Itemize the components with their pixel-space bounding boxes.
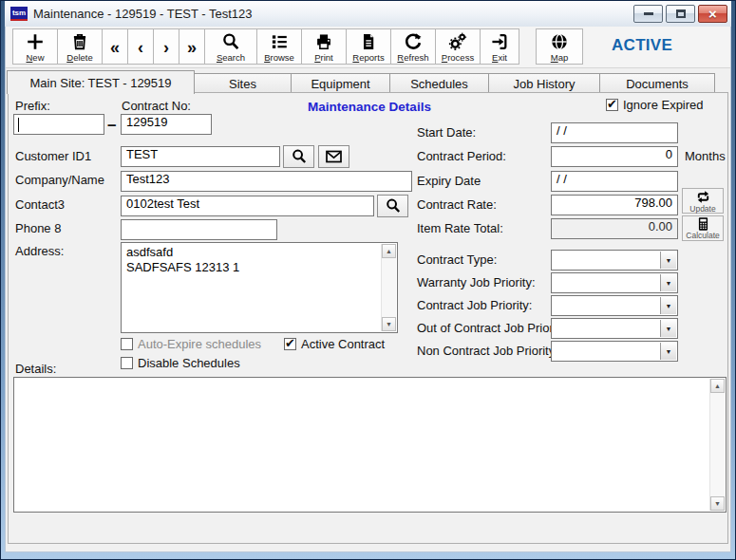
magnifier-icon: [385, 197, 402, 215]
report-icon: [359, 31, 378, 52]
close-icon: ×: [708, 7, 717, 21]
auto-expire-checkbox-row[interactable]: Auto-Expire schedules: [121, 337, 261, 351]
disable-schedules-checkbox[interactable]: [121, 357, 133, 369]
gears-icon: [448, 31, 467, 52]
auto-expire-label: Auto-Expire schedules: [138, 337, 261, 351]
tab-schedules[interactable]: Schedules: [389, 73, 489, 93]
customer-id-input[interactable]: TEST: [121, 146, 280, 167]
out-of-contract-job-priority-label: Out of Contract Job Priority: [417, 321, 566, 335]
contract-period-input[interactable]: 0: [551, 146, 678, 167]
prefix-contract-separator: –: [107, 116, 116, 135]
prefix-input[interactable]: [13, 114, 104, 135]
minimize-button[interactable]: [633, 5, 663, 23]
previous-record-button[interactable]: ‹: [127, 28, 154, 65]
plus-icon: [26, 31, 45, 52]
chevrons-left-icon: «: [110, 39, 120, 56]
contract-type-select[interactable]: ▼: [551, 250, 678, 271]
tab-main-site[interactable]: Main Site: TEST - 129519: [7, 70, 195, 94]
last-record-button[interactable]: »: [179, 28, 205, 65]
warranty-job-priority-label: Warranty Job Priority:: [417, 275, 536, 289]
printer-icon: [314, 31, 333, 52]
scroll-down-icon[interactable]: ▼: [710, 496, 725, 511]
map-button[interactable]: Map: [536, 28, 583, 65]
calculate-button[interactable]: Calculate: [682, 215, 724, 241]
chevron-left-icon: ‹: [138, 39, 143, 56]
item-rate-total-label: Item Rate Total:: [417, 221, 503, 235]
magnifier-icon: [221, 31, 240, 52]
contract-job-priority-label: Contract Job Priority:: [417, 298, 532, 312]
active-contract-checkbox-row[interactable]: Active Contract: [284, 337, 385, 351]
contact-input[interactable]: 0102test Test: [121, 196, 374, 216]
section-title: Maintenance Details: [274, 100, 464, 114]
contact-search-button[interactable]: [377, 195, 408, 217]
reports-button[interactable]: Reports: [346, 28, 391, 65]
browse-button[interactable]: Browse: [256, 28, 302, 65]
exit-button[interactable]: Exit: [480, 28, 519, 65]
print-button[interactable]: Print: [301, 28, 347, 65]
dropdown-arrow-icon[interactable]: ▼: [660, 343, 676, 360]
dropdown-arrow-icon[interactable]: ▼: [660, 274, 676, 291]
search-button[interactable]: Search: [204, 28, 257, 65]
window-body: New Delete « ‹ ›: [5, 27, 731, 552]
company-name-input[interactable]: Test123: [121, 171, 412, 192]
first-record-button[interactable]: «: [102, 28, 128, 65]
delete-button[interactable]: Delete: [57, 28, 103, 65]
customer-search-button[interactable]: [283, 145, 314, 168]
window-title: Maintenance - 129519 - TEST - Test123: [33, 7, 631, 21]
globe-icon: [550, 31, 569, 52]
address-textarea[interactable]: asdfsafd SADFSAFS 12313 1 ▲ ▼: [121, 242, 398, 333]
contract-no-input[interactable]: 129519: [121, 114, 212, 135]
list-icon: [270, 31, 289, 52]
process-button[interactable]: Process: [435, 28, 481, 65]
contract-rate-input[interactable]: 798.00: [551, 195, 678, 215]
update-label: Update: [689, 205, 715, 214]
main-site-panel: Prefix: – Contract No: 129519 Maintenanc…: [8, 92, 728, 544]
details-label: Details:: [15, 362, 56, 376]
ignore-expired-checkbox-row[interactable]: Ignore Expired: [606, 98, 704, 112]
calculate-label: Calculate: [686, 232, 719, 240]
toolbar: New Delete « ‹ ›: [6, 27, 730, 68]
expiry-date-input[interactable]: / /: [551, 171, 678, 192]
refresh-icon: [404, 31, 423, 52]
close-button[interactable]: ×: [698, 5, 727, 23]
details-scrollbar[interactable]: ▲ ▼: [709, 379, 725, 511]
title-bar[interactable]: tsm Maintenance - 129519 - TEST - Test12…: [5, 1, 731, 27]
tab-documents[interactable]: Documents: [599, 73, 715, 93]
update-rate-button[interactable]: Update: [682, 188, 724, 214]
scroll-up-icon[interactable]: ▲: [382, 244, 396, 258]
out-of-contract-job-priority-select[interactable]: ▼: [551, 318, 678, 339]
auto-expire-checkbox[interactable]: [121, 338, 133, 350]
new-button[interactable]: New: [12, 28, 58, 65]
dropdown-arrow-icon[interactable]: ▼: [660, 297, 676, 314]
customer-email-button[interactable]: [318, 145, 349, 168]
tab-sites[interactable]: Sites: [194, 73, 292, 93]
tab-equipment[interactable]: Equipment: [291, 73, 390, 93]
update-loop-icon: [695, 189, 711, 205]
start-date-input[interactable]: / /: [551, 122, 678, 143]
scroll-up-icon[interactable]: ▲: [710, 379, 725, 393]
dropdown-arrow-icon[interactable]: ▼: [660, 252, 676, 269]
restore-button[interactable]: [666, 5, 695, 23]
refresh-button[interactable]: Refresh: [390, 28, 436, 65]
next-record-button[interactable]: ›: [153, 28, 179, 65]
disable-schedules-checkbox-row[interactable]: Disable Schedules: [121, 356, 240, 370]
phone-input[interactable]: [121, 219, 277, 240]
status-badge: ACTIVE: [612, 36, 672, 55]
months-label: Months: [685, 149, 726, 163]
exit-icon: [490, 31, 509, 52]
app-icon: tsm: [10, 7, 28, 21]
ignore-expired-checkbox[interactable]: [606, 99, 618, 111]
company-name-label: Company/Name: [15, 173, 104, 187]
active-contract-checkbox[interactable]: [284, 338, 296, 350]
scroll-down-icon[interactable]: ▼: [382, 317, 396, 331]
start-date-label: Start Date:: [417, 125, 476, 140]
non-contract-job-priority-select[interactable]: ▼: [551, 341, 678, 362]
contract-job-priority-select[interactable]: ▼: [551, 295, 678, 316]
item-rate-total-input: 0.00: [551, 218, 678, 239]
dropdown-arrow-icon[interactable]: ▼: [660, 320, 676, 337]
details-textarea[interactable]: ▲ ▼: [13, 377, 727, 513]
tab-job-history[interactable]: Job History: [488, 73, 600, 93]
address-scrollbar[interactable]: ▲ ▼: [381, 244, 396, 331]
warranty-job-priority-select[interactable]: ▼: [551, 272, 678, 293]
expiry-date-label: Expiry Date: [417, 174, 481, 188]
